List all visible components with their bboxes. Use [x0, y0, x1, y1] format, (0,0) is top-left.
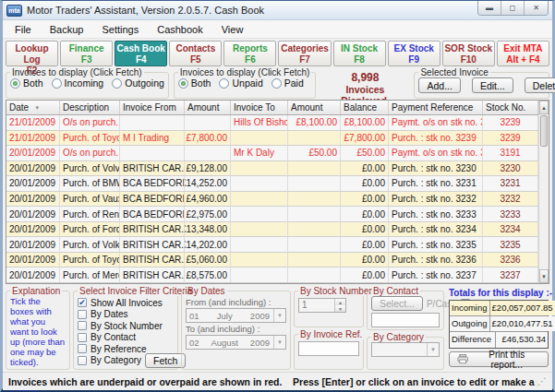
invoice-row[interactable]: 20/01/2009Purch. of Ren...BCA BEDFORD£2,…: [6, 207, 538, 222]
add-invoice-button[interactable]: Add...: [418, 77, 460, 93]
invoice-row[interactable]: 20/01/2009Purch. of Volvo.BRITISH CAR...…: [6, 161, 538, 177]
to-day: 02: [189, 338, 199, 348]
column-header-stock_no[interactable]: Stock No.: [483, 101, 538, 114]
scrollbar-thumb[interactable]: [540, 115, 548, 147]
menu-item-file[interactable]: File: [6, 22, 40, 37]
column-header-date[interactable]: Date▼: [6, 101, 60, 114]
vertical-scrollbar[interactable]: ▲ ▼: [538, 101, 549, 283]
column-header-invoice_from[interactable]: Invoice From: [120, 101, 185, 114]
by-invoice-ref-title: By Invoice Ref.: [298, 329, 364, 339]
stock-number-stepper[interactable]: 1 ▲ ▼: [298, 298, 346, 313]
column-header-amount_to[interactable]: Amount: [288, 101, 341, 114]
menu-item-settings[interactable]: Settings: [93, 22, 147, 37]
menu-item-view[interactable]: View: [213, 22, 252, 37]
invoice-count: 8,998 Invoices Displayed.: [320, 67, 409, 99]
to-date-dropdown[interactable]: 02 August 2009 ▼: [186, 335, 286, 350]
checkbox-option[interactable]: By Reference: [78, 343, 147, 355]
invoice-row[interactable]: 20/01/2009Purch. of Merc...BRITISH CAR..…: [6, 267, 538, 283]
checkbox-option[interactable]: ✔Show All Invoices: [78, 297, 163, 309]
tab-label: SOR Stock: [443, 43, 494, 54]
fetch-button[interactable]: Fetch: [145, 353, 186, 368]
column-header-amount_from[interactable]: Amount: [185, 101, 231, 114]
radio-label: Both: [191, 77, 211, 89]
tab-ex-stock[interactable]: EX StockF9: [388, 41, 440, 66]
resize-grip[interactable]: ⋰: [537, 376, 547, 386]
by-dates-box: By Dates From (and including) : 01 July …: [181, 286, 291, 370]
tab-exit-mta[interactable]: Exit MTAAlt + F4: [497, 41, 549, 66]
column-header-invoice_to[interactable]: Invoice To: [231, 101, 288, 114]
radio-option-both[interactable]: Both: [10, 77, 43, 89]
checkbox-option[interactable]: By Stock Number: [78, 320, 163, 332]
delete-invoice-button[interactable]: Delete...: [525, 77, 555, 93]
contact-input[interactable]: [371, 313, 440, 327]
spin-down-icon[interactable]: ▼: [335, 305, 345, 312]
checkbox-icon[interactable]: [78, 310, 87, 319]
invoice-ref-input[interactable]: [298, 341, 359, 356]
to-year: 2009: [250, 338, 270, 348]
cell-amount_to: [288, 176, 341, 192]
tab-categories[interactable]: CategoriesF7: [278, 41, 331, 66]
select-contact-button[interactable]: Select...: [371, 296, 423, 311]
tab-key: F6: [224, 54, 275, 65]
edit-invoice-button[interactable]: Edit...: [472, 77, 513, 93]
cell-amount_from: [185, 146, 231, 161]
column-header-balance[interactable]: Balance: [341, 101, 389, 114]
checkbox-option[interactable]: By Contact: [78, 332, 136, 344]
cell-description: Purch. of Toyo...: [60, 131, 120, 147]
tab-sor-stock[interactable]: SOR StockF10: [442, 41, 495, 66]
checkbox-icon[interactable]: [78, 333, 87, 342]
minimize-button[interactable]: ▬: [478, 1, 501, 15]
cell-stock_no: 3232: [483, 192, 538, 208]
radio-option-outgoing[interactable]: Outgoing: [112, 77, 164, 89]
app-window: mta Motor Traders' Assistant, Version 2.…: [0, 0, 555, 392]
checkbox-option[interactable]: By Category: [78, 355, 141, 367]
invoice-row[interactable]: 20/01/2009Purch. of BMW.BCA BEDFORD£14,2…: [6, 176, 538, 192]
cell-stock_no: 3191: [483, 146, 538, 161]
checkbox-icon[interactable]: ✔: [78, 298, 87, 307]
scrollbar-track[interactable]: [539, 114, 549, 269]
scroll-up-icon[interactable]: ▲: [539, 101, 549, 114]
cell-amount_from: [185, 115, 231, 131]
radio-option-paid[interactable]: Paid: [271, 77, 304, 89]
checkbox-icon[interactable]: [78, 344, 87, 353]
cell-amount_to: [288, 267, 341, 283]
radio-option-unpaid[interactable]: Unpaid: [219, 77, 262, 89]
print-report-button[interactable]: Print this report...: [449, 351, 549, 367]
invoice-row[interactable]: 20/01/2009Purch. of Toyo...BRITISH CAR..…: [6, 253, 538, 268]
close-button[interactable]: ✕: [525, 1, 548, 15]
invoice-row[interactable]: 20/01/2009Purch. of Ford.BRITISH CAR...£…: [6, 222, 538, 238]
tab-reports[interactable]: ReportsF6: [223, 41, 276, 66]
column-header-description[interactable]: Description: [60, 101, 120, 114]
invoice-row[interactable]: 20/01/2009Purch. of Volk...BRITISH CAR..…: [6, 237, 538, 253]
category-dropdown[interactable]: ▼: [371, 342, 440, 357]
tab-finance[interactable]: FinanceF3: [60, 41, 113, 66]
tab-cash-book[interactable]: Cash BookF4: [115, 41, 167, 66]
invoice-row[interactable]: 20/01/2009Purch. of Vaux...BCA BEDFORD£4…: [6, 192, 538, 208]
direction-filter-group: Invoices to display (Click Fetch) BothIn…: [6, 67, 169, 99]
status-filter-group: Invoices to display (Click Fetch) BothUn…: [174, 67, 317, 99]
cell-balance: £0.00: [341, 207, 389, 222]
spin-up-icon[interactable]: ▲: [335, 299, 345, 305]
radio-option-both[interactable]: Both: [178, 77, 211, 89]
scroll-down-icon[interactable]: ▼: [539, 269, 549, 283]
radio-option-incoming[interactable]: Incoming: [52, 77, 104, 89]
invoice-row[interactable]: 21/01/2009Purch. of Toyo...M I Trading£7…: [6, 131, 538, 147]
cell-date: 21/01/2009: [6, 115, 60, 131]
column-header-payment_reference[interactable]: Payment Reference: [389, 101, 483, 114]
invoice-row[interactable]: 20/01/2009O/s on purch. ...Mr K Daly£50.…: [6, 146, 538, 161]
menu-item-backup[interactable]: Backup: [42, 22, 92, 37]
tab-in-stock[interactable]: IN StockF8: [333, 41, 386, 66]
tab-label: Exit MTA: [498, 43, 549, 54]
maximize-button[interactable]: ◻: [501, 1, 525, 15]
checkbox-icon[interactable]: [78, 356, 87, 365]
cell-stock_no: 3235: [483, 237, 538, 253]
checkbox-icon[interactable]: [78, 321, 87, 330]
tab-label: Contacts: [170, 43, 221, 54]
checkbox-option[interactable]: By Dates: [78, 309, 128, 321]
by-invoice-ref-box: By Invoice Ref.: [294, 329, 364, 371]
from-date-dropdown[interactable]: 01 July 2009 ▼: [186, 308, 286, 323]
menu-item-cashbook[interactable]: Cashbook: [149, 22, 211, 37]
tab-contacts[interactable]: ContactsF5: [169, 41, 222, 66]
tab-lookup-log[interactable]: Lookup LogF2: [6, 41, 58, 66]
invoice-row[interactable]: 21/01/2009O/s on purch. ...Hills Of Bish…: [6, 115, 538, 131]
